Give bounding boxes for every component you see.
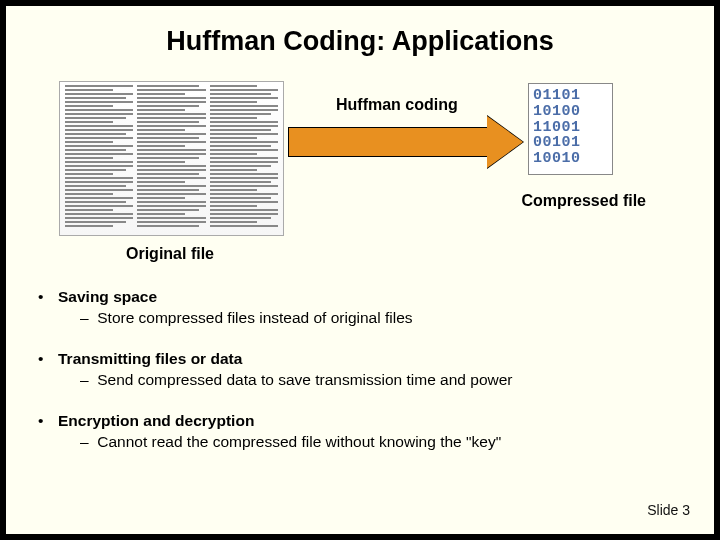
slide: Huffman Coding: Applications Huffman cod…	[6, 6, 714, 534]
bullet-dot-icon: •	[38, 287, 58, 308]
bullet-sub-text: Store compressed files instead of origin…	[97, 309, 412, 326]
original-file-label: Original file	[126, 245, 214, 263]
bits-row: 00101	[533, 135, 610, 151]
bullet-head: Saving space	[58, 287, 157, 308]
bullet-sub: – Send compressed data to save transmiss…	[38, 370, 714, 391]
bullet-list: •Saving space – Store compressed files i…	[38, 287, 714, 453]
bits-row: 10010	[533, 151, 610, 167]
bits-row: 01101	[533, 88, 610, 104]
compressed-file-image: 01101 10100 11001 00101 10010	[528, 83, 613, 175]
bullet-dot-icon: •	[38, 349, 58, 370]
bullet-dot-icon: •	[38, 411, 58, 432]
arrow-label: Huffman coding	[336, 96, 458, 114]
bullet-sub-text: Cannot read the compressed file without …	[97, 433, 501, 450]
bullet-head: Encryption and decryption	[58, 411, 254, 432]
compressed-file-label: Compressed file	[522, 192, 646, 210]
list-item: •Encryption and decryption – Cannot read…	[38, 411, 714, 453]
slide-number: Slide 3	[647, 502, 690, 518]
list-item: •Saving space – Store compressed files i…	[38, 287, 714, 329]
bits-row: 11001	[533, 120, 610, 136]
bits-row: 10100	[533, 104, 610, 120]
bullet-head: Transmitting files or data	[58, 349, 242, 370]
arrow-icon	[288, 122, 523, 162]
bullet-sub-text: Send compressed data to save transmissio…	[97, 371, 512, 388]
diagram: Huffman coding 01101 10100 11001 00101 1…	[6, 69, 714, 269]
bullet-sub: – Cannot read the compressed file withou…	[38, 432, 714, 453]
original-file-image	[59, 81, 284, 236]
list-item: •Transmitting files or data – Send compr…	[38, 349, 714, 391]
page-title: Huffman Coding: Applications	[6, 6, 714, 57]
bullet-sub: – Store compressed files instead of orig…	[38, 308, 714, 329]
